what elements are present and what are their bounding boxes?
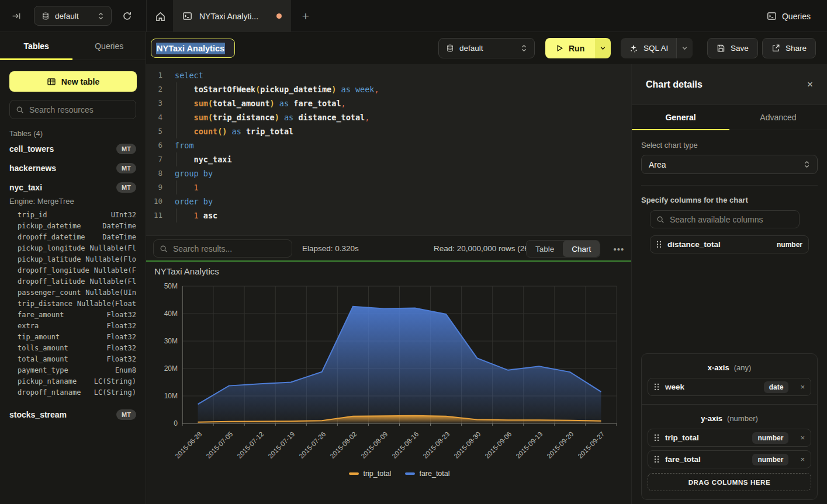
column-row[interactable]: trip_distanceNullable(Float (0, 298, 146, 309)
remove-column-icon[interactable]: × (800, 455, 805, 464)
tab-nytaxi-analytics[interactable]: NYTaxi Analyti... (173, 0, 291, 32)
column-chip-week[interactable]: weekdate× (648, 378, 811, 396)
column-type: Float32 (106, 355, 136, 363)
table-chart-toggle: Table Chart (526, 240, 600, 258)
column-type: Enum8 (115, 366, 136, 374)
tab-advanced[interactable]: Advanced (729, 105, 827, 130)
search-icon (160, 245, 168, 253)
column-row[interactable]: dropoff_ntanameLC(String) (0, 387, 146, 398)
sql-ai-chevron[interactable] (676, 38, 693, 58)
column-row[interactable]: trip_idUInt32 (0, 209, 146, 220)
queries-button[interactable]: Queries (767, 6, 811, 26)
column-type: Nullable(Fl (90, 277, 136, 286)
table-row[interactable]: nyc_taxiMT (0, 178, 146, 197)
save-button[interactable]: Save (707, 38, 758, 58)
table-row[interactable]: stocks_streamMT (0, 405, 146, 424)
table-row[interactable]: cell_towersMT (0, 139, 146, 158)
remove-column-icon[interactable]: × (800, 433, 805, 442)
close-icon[interactable]: × (807, 79, 813, 91)
code-token (175, 183, 194, 192)
sql-ai-button[interactable]: SQL AI (621, 38, 676, 58)
code-token (175, 127, 194, 136)
table-row[interactable]: hackernewsMT (0, 158, 146, 178)
drag-handle-icon[interactable] (654, 383, 659, 391)
column-row[interactable]: pickup_datetimeDateTime (0, 220, 146, 231)
column-row[interactable]: extraFloat32 (0, 320, 146, 331)
chart-type-select[interactable]: Area (641, 155, 818, 174)
column-row[interactable]: dropoff_longitudeNullable(F (0, 265, 146, 276)
column-row[interactable]: passenger_countNullable(UIn (0, 287, 146, 298)
area-chart[interactable] (146, 262, 631, 504)
column-chip-name: trip_total (665, 433, 746, 442)
column-row[interactable]: payment_typeEnum8 (0, 364, 146, 376)
share-icon (771, 44, 780, 53)
chevron-down-icon (681, 45, 688, 51)
table-engine-detail: Engine: MergeTree (0, 197, 146, 209)
column-row[interactable]: total_amountFloat32 (0, 353, 146, 364)
query-title-input[interactable]: NYTaxi Analytics (151, 39, 235, 58)
active-tab-underline (632, 129, 729, 131)
indent-guide (176, 124, 177, 138)
remove-column-icon[interactable]: × (800, 383, 805, 391)
search-resources-input[interactable]: Search resources (9, 100, 136, 119)
code-line: 11 1 asc (146, 208, 631, 223)
column-chip-fare_total[interactable]: fare_totalnumber× (648, 450, 811, 468)
sidebar-tab-tables[interactable]: Tables (0, 32, 73, 60)
share-button[interactable]: Share (762, 38, 816, 58)
column-type: UInt32 (111, 211, 136, 219)
refresh-icon[interactable] (119, 8, 135, 24)
column-name: dropoff_datetime (18, 233, 85, 241)
column-row[interactable]: pickup_ntanameLC(String) (0, 376, 146, 387)
code-text: sum(trip_distance) as distance_total, (175, 110, 369, 124)
sql-editor[interactable]: 1select2 toStartOfWeek(pickup_datetime) … (146, 64, 631, 235)
toggle-chart[interactable]: Chart (563, 241, 600, 257)
search-icon (656, 215, 665, 224)
code-line: 3 sum(total_amount) as fare_total, (146, 96, 631, 110)
database-selector[interactable]: default (34, 6, 112, 26)
sql-ai-label: SQL AI (643, 44, 668, 53)
search-icon (16, 106, 24, 114)
unsaved-changes-dot (276, 13, 282, 19)
column-type-badge: number (752, 432, 788, 444)
column-row[interactable]: pickup_latitudeNullable(Flo (0, 253, 146, 265)
sidebar-tab-queries[interactable]: Queries (73, 32, 146, 60)
column-chip-trip_total[interactable]: trip_totalnumber× (648, 429, 811, 447)
indent-guide (176, 96, 177, 110)
code-token: () (217, 127, 227, 136)
query-database-selector[interactable]: default (438, 38, 535, 58)
drag-handle-icon[interactable] (656, 241, 662, 248)
column-row[interactable]: tolls_amountFloat32 (0, 342, 146, 353)
more-options-icon[interactable]: ••• (611, 240, 627, 258)
column-row[interactable]: tip_amountFloat32 (0, 331, 146, 342)
new-tab-button[interactable]: + (297, 8, 314, 25)
column-row[interactable]: dropoff_datetimeDateTime (0, 231, 146, 242)
run-button[interactable]: Run (545, 38, 595, 58)
code-token: nyc_taxi (194, 155, 232, 164)
home-icon[interactable] (151, 8, 169, 25)
code-text: select (175, 68, 203, 82)
drop-zone[interactable]: DRAG COLUMNS HERE (648, 473, 811, 491)
column-row[interactable]: dropoff_latitudeNullable(Fl (0, 276, 146, 287)
drag-handle-icon[interactable] (654, 456, 659, 463)
code-token: 1 (194, 211, 199, 220)
drag-handle-icon[interactable] (654, 434, 659, 442)
collapse-sidebar-icon[interactable] (8, 8, 25, 24)
search-results-input[interactable]: Search results... (153, 239, 292, 258)
search-columns-input[interactable]: Search available columns (650, 210, 800, 228)
new-table-button[interactable]: New table (9, 71, 137, 92)
top-bar: default NYTaxi Analyti... + Queries (0, 0, 827, 32)
column-chip-distance_total[interactable]: distance_totalnumber (650, 235, 809, 253)
run-options-chevron[interactable] (595, 38, 611, 58)
code-line: 1select (146, 68, 631, 82)
legend-item-trip_total[interactable]: trip_total (349, 470, 391, 478)
code-line: 10order by (146, 194, 631, 208)
column-row[interactable]: fare_amountFloat32 (0, 309, 146, 320)
toggle-table[interactable]: Table (527, 241, 563, 257)
column-type-badge: number (752, 454, 788, 465)
line-number: 10 (146, 194, 162, 208)
column-row[interactable]: pickup_longitudeNullable(Fl (0, 242, 146, 253)
column-type: DateTime (102, 233, 136, 241)
active-tab-underline (0, 58, 72, 60)
legend-item-fare_total[interactable]: fare_total (405, 470, 449, 478)
tab-general[interactable]: General (632, 105, 729, 130)
